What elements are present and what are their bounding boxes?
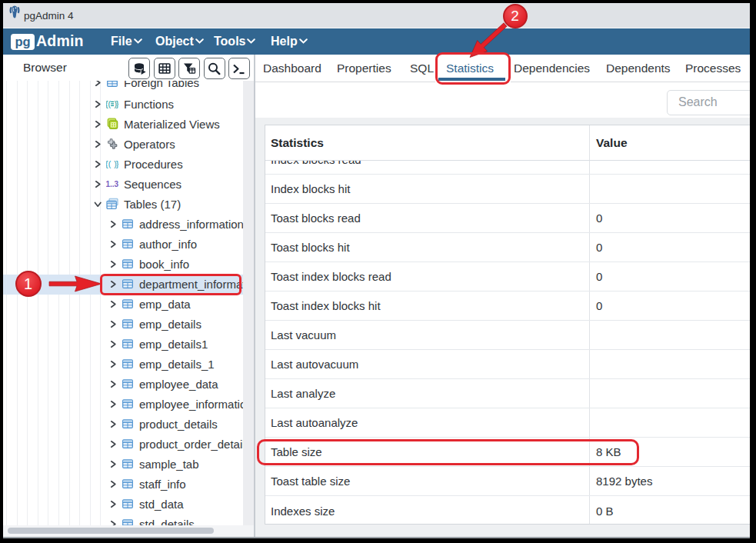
svg-text:}: } xyxy=(116,159,118,168)
svg-text:}: } xyxy=(116,99,118,108)
svg-text:(: ( xyxy=(108,159,112,168)
svg-text:(: ( xyxy=(108,99,112,108)
svg-text:1..3: 1..3 xyxy=(106,180,118,188)
